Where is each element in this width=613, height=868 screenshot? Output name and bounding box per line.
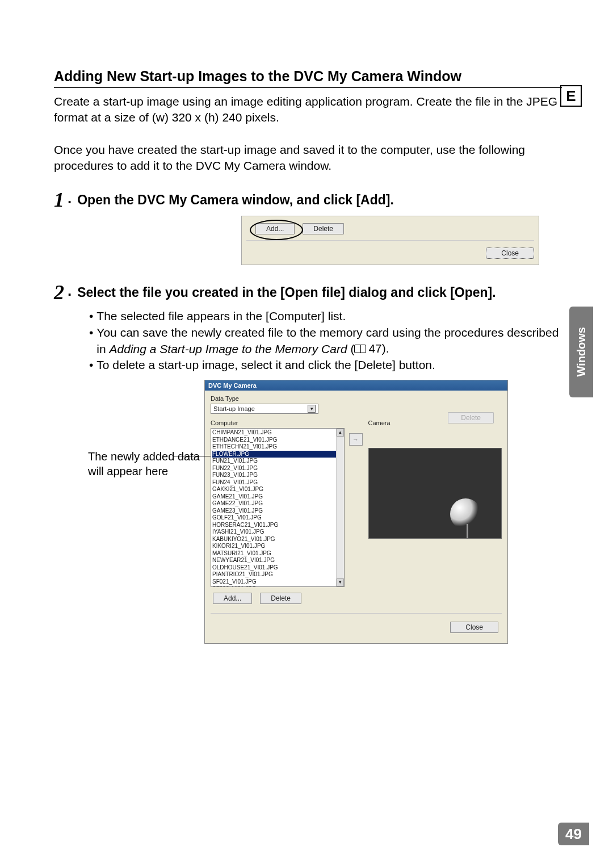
list-item[interactable]: IYASHI21_VI01.JPG [212,529,343,536]
dvc-my-camera-window: DVC My Camera Data Type Start-up Image ▾… [204,380,508,644]
annotation-text: The newly added data will appear here [54,380,204,644]
list-item[interactable]: HORSERAC21_VI01.JPG [212,522,343,529]
data-type-select[interactable]: Start-up Image ▾ [211,404,318,414]
computer-listbox[interactable]: ▴ ▾ CHIMPAN21_VI01.JPGETHDANCE21_VI01.JP… [211,428,345,587]
intro-paragraph-2: Once you have created the start-up image… [54,142,562,174]
list-item[interactable]: KABUKIYO21_VI01.JPG [212,536,343,543]
side-tab-text: Windows [575,327,588,377]
delete-button-camera: Delete [448,412,494,423]
close-button-top[interactable]: Close [486,248,534,259]
section-title: Adding New Start-up Images to the DVC My… [54,68,562,88]
list-item[interactable]: FUN21_VI01.JPG [212,458,343,465]
list-item[interactable]: GOLF21_VI01.JPG [212,514,343,522]
image-preview [368,448,502,539]
step-1-dot: . [68,190,72,207]
page-number: 49 [558,823,589,845]
side-tab: Windows [569,307,593,397]
close-button-bottom[interactable]: Close [450,622,498,633]
step-1-number: 1 [54,190,64,210]
list-item[interactable]: KIKORI21_VI01.JPG [212,543,343,550]
window-titlebar: DVC My Camera [205,380,507,391]
list-item[interactable]: ETHDANCE21_VI01.JPG [212,437,343,444]
bullet-dot: • [89,308,93,324]
list-item[interactable]: PIANTRIO21_VI01.JPG [212,571,343,578]
bullet-2: • You can save the newly created file to… [89,325,562,357]
dropdown-arrow-icon: ▾ [308,405,316,413]
preview-flower-icon [450,498,481,530]
list-item[interactable]: SF021_VI01.JPG [212,578,343,586]
bullet-1: • The selected file appears in the [Comp… [89,308,562,324]
list-item[interactable]: GAKKI21_VI01.JPG [212,486,343,493]
delete-button-top[interactable]: Delete [303,223,344,234]
book-icon [354,345,366,353]
step-1: 1 . Open the DVC My Camera window, and c… [54,190,562,210]
bullet-dot: • [89,357,93,373]
bullet-3: • To delete a start-up image, select it … [89,357,562,373]
bullet-1-text: The selected file appears in the [Comput… [96,308,346,324]
list-item[interactable]: GAME22_VI01.JPG [212,500,343,508]
delete-button-bottom[interactable]: Delete [260,593,301,604]
add-button[interactable]: Add... [255,223,295,234]
list-item[interactable]: NEWYEAR21_VI01.JPG [212,557,343,564]
step-1-text: Open the DVC My Camera window, and click… [77,190,394,209]
scroll-down-icon[interactable]: ▾ [337,578,344,586]
bullet-list: • The selected file appears in the [Comp… [54,308,562,373]
list-item[interactable]: FUN23_VI01.JPG [212,472,343,479]
list-item[interactable]: FUN22_VI01.JPG [212,465,343,472]
list-item[interactable]: GAME23_VI01.JPG [212,508,343,515]
scrollbar[interactable]: ▴ ▾ [336,429,344,586]
data-type-label: Data Type [211,395,502,402]
screenshot-add-delete-strip: Add... Delete Close [241,216,539,265]
list-item[interactable]: MATSURI21_VI01.JPG [212,550,343,557]
list-item[interactable]: FLOWER.JPG [212,451,343,458]
step-2-number: 2 [54,282,64,303]
section-letter-badge: E [560,85,582,107]
list-item[interactable]: SF023_VI01.JPG [212,585,343,587]
bullet-2-text: You can save the newly created file to t… [96,325,562,357]
list-item[interactable]: OLDHOUSE21_VI01.JPG [212,564,343,572]
step-2-dot: . [68,282,72,300]
step-2: 2 . Select the file you created in the [… [54,282,562,303]
transfer-right-button[interactable]: → [349,433,363,446]
bullet-3-text: To delete a start-up image, select it an… [96,357,435,373]
data-type-value: Start-up Image [213,405,255,412]
list-item[interactable]: ETHTECHN21_VI01.JPG [212,443,343,451]
list-item[interactable]: CHIMPAN21_VI01.JPG [212,429,343,437]
list-item[interactable]: GAME21_VI01.JPG [212,493,343,501]
list-item[interactable]: FUN24_VI01.JPG [212,479,343,487]
intro-paragraph-1: Create a start-up image using an image e… [54,94,562,126]
add-button-bottom[interactable]: Add... [213,593,252,604]
scroll-up-icon[interactable]: ▴ [337,429,344,437]
add-button-circled: Add... [255,223,295,234]
step-2-text: Select the file you created in the [Open… [77,282,496,301]
computer-label: Computer [211,420,345,426]
bullet-dot: • [89,325,93,341]
